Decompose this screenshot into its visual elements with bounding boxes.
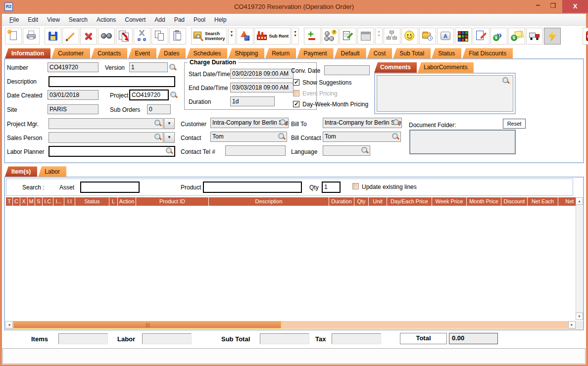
grid-column-m[interactable]: M xyxy=(28,197,35,206)
folder-history-button[interactable] xyxy=(419,28,436,45)
grid-column-l[interactable]: L xyxy=(109,197,117,206)
bill-to-field[interactable]: Intra-Company for Berlin Site xyxy=(323,118,402,128)
grid-column-unit[interactable]: Unit xyxy=(369,197,387,206)
project-mgr-dropdown[interactable]: ▼ xyxy=(164,118,175,129)
language-field[interactable] xyxy=(323,145,370,156)
document-folder-box[interactable] xyxy=(409,130,516,154)
tab-status[interactable]: Status xyxy=(432,48,461,58)
contact-tel-field[interactable] xyxy=(225,145,286,156)
sales-person-dropdown[interactable]: ▼ xyxy=(164,132,175,143)
shipping-truck-button[interactable] xyxy=(526,28,543,45)
tab-dates[interactable]: Dates xyxy=(157,48,186,58)
grid-column-x[interactable]: X xyxy=(20,197,27,206)
delete-button[interactable] xyxy=(80,28,97,45)
search-inventory-button[interactable]: SearchInventory xyxy=(191,28,227,45)
tab-default[interactable]: Default xyxy=(335,48,366,58)
inventory-blocks-button[interactable] xyxy=(455,28,472,45)
grid-column-ii[interactable]: I.I xyxy=(64,197,75,206)
grid-column-t[interactable]: T xyxy=(6,197,12,206)
update-existing-checkbox[interactable] xyxy=(352,183,359,189)
comments-lookup-icon[interactable] xyxy=(502,77,510,85)
qty-input[interactable]: 1 xyxy=(322,182,341,193)
grid-column-s[interactable]: S xyxy=(35,197,42,206)
contact-lookup-icon[interactable] xyxy=(278,133,286,140)
paste-button[interactable] xyxy=(169,28,186,45)
sub-rent-dropdown[interactable] xyxy=(292,28,299,45)
crew-button[interactable] xyxy=(401,28,418,45)
menu-actions[interactable]: Actions xyxy=(92,14,120,25)
shapes-button[interactable] xyxy=(237,28,253,45)
show-suggestions-checkbox[interactable] xyxy=(293,79,299,86)
transfer-button[interactable] xyxy=(116,28,133,45)
contact-field[interactable]: Tom xyxy=(210,132,287,142)
tab-contacts[interactable]: Contacts xyxy=(91,48,127,58)
grid-column-net-each[interactable]: Net Each xyxy=(528,197,558,206)
minimize-button[interactable]: – xyxy=(531,0,545,13)
edit-document-button[interactable] xyxy=(473,28,490,45)
tab-schedules[interactable]: Schedules xyxy=(187,48,227,58)
project-mgr-lookup-icon[interactable] xyxy=(154,120,162,127)
scroll-right-icon[interactable]: ► xyxy=(568,321,576,328)
menu-pool[interactable]: Pool xyxy=(189,14,210,25)
grid-column-ic[interactable]: I.C xyxy=(43,197,53,206)
grid-column-product-id[interactable]: Product ID xyxy=(136,197,208,206)
grid-column-discount[interactable]: Discount xyxy=(501,197,527,206)
description-field[interactable] xyxy=(49,76,175,87)
labor-planner-lookup-icon[interactable] xyxy=(166,147,173,155)
group-query-button[interactable]: ? xyxy=(322,28,339,45)
grid-column-qty[interactable]: Qty xyxy=(354,197,368,206)
grid-column-action[interactable]: Action xyxy=(118,197,136,206)
labor-planner-field[interactable] xyxy=(49,146,175,157)
project-mgr-field[interactable] xyxy=(49,118,163,129)
sales-person-lookup-icon[interactable] xyxy=(154,134,162,141)
print-button[interactable] xyxy=(23,28,40,45)
tab-cost[interactable]: Cost xyxy=(367,48,392,58)
menu-convert[interactable]: Convert xyxy=(120,14,150,25)
sub-rent-button[interactable]: Sub Rent xyxy=(254,28,291,45)
grid-column-net-disc[interactable]: Net Disc xyxy=(558,197,576,206)
grid-vertical-scrollbar[interactable]: ▲ ▼ xyxy=(576,197,583,320)
dwm-pricing-checkbox[interactable] xyxy=(293,101,299,107)
project-lookup-icon[interactable] xyxy=(170,92,178,99)
tab-items[interactable]: Item(s) xyxy=(5,166,37,177)
edit-button[interactable] xyxy=(62,28,79,45)
exit-button[interactable]: EXIT xyxy=(583,28,588,45)
scroll-left-icon[interactable]: ◄ xyxy=(5,321,13,328)
bill-contact-field[interactable]: Tom xyxy=(323,132,401,142)
sales-person-field[interactable] xyxy=(49,132,163,143)
notes-button[interactable] xyxy=(340,28,356,45)
bill-to-lookup-icon[interactable] xyxy=(393,119,400,127)
tab-labor[interactable]: Labor xyxy=(38,166,66,177)
scroll-down-icon[interactable]: ▼ xyxy=(576,313,583,320)
copy-button[interactable] xyxy=(151,28,168,45)
find-button[interactable] xyxy=(98,28,115,45)
menu-view[interactable]: View xyxy=(43,14,64,25)
reset-button[interactable]: Reset xyxy=(503,119,526,129)
tab-information[interactable]: Information xyxy=(5,48,50,58)
grid-column-day-each-price[interactable]: Day/Each Price xyxy=(387,197,432,206)
menu-pad[interactable]: Pad xyxy=(170,14,189,25)
currency-transfer-button[interactable]: »$ xyxy=(490,28,507,45)
grid-column-c[interactable]: C xyxy=(13,197,20,206)
grid-column-il[interactable]: I... xyxy=(53,197,64,206)
menu-file[interactable]: File xyxy=(5,14,23,25)
grid-column-month-price[interactable]: Month Price xyxy=(467,197,501,206)
bill-contact-lookup-icon[interactable] xyxy=(392,133,399,140)
project-field[interactable]: CO419720 xyxy=(129,90,169,100)
tab-labor-comments[interactable]: LaborComments xyxy=(418,62,474,73)
tab-customer[interactable]: Customer xyxy=(51,48,90,58)
customer-field[interactable]: Intra-Company for Berlin Site xyxy=(210,118,289,128)
scroll-up-icon[interactable]: ▲ xyxy=(576,197,583,205)
close-button[interactable]: X xyxy=(562,0,588,13)
version-lookup-icon[interactable] xyxy=(169,64,177,71)
add-remove-button[interactable]: + xyxy=(304,28,321,45)
tab-sub-total[interactable]: Sub Total xyxy=(393,48,431,58)
tab-return[interactable]: Return xyxy=(265,48,296,58)
menu-search[interactable]: Search xyxy=(64,14,92,25)
maximize-button[interactable]: ❒ xyxy=(545,0,560,13)
grid-horizontal-scrollbar[interactable]: ◄ ► xyxy=(5,321,576,329)
tab-event[interactable]: Event xyxy=(128,48,156,58)
cut-button[interactable] xyxy=(134,28,150,45)
scrollbar-thumb[interactable] xyxy=(13,321,281,328)
shortcut-keys-button[interactable]: A xyxy=(437,28,454,45)
